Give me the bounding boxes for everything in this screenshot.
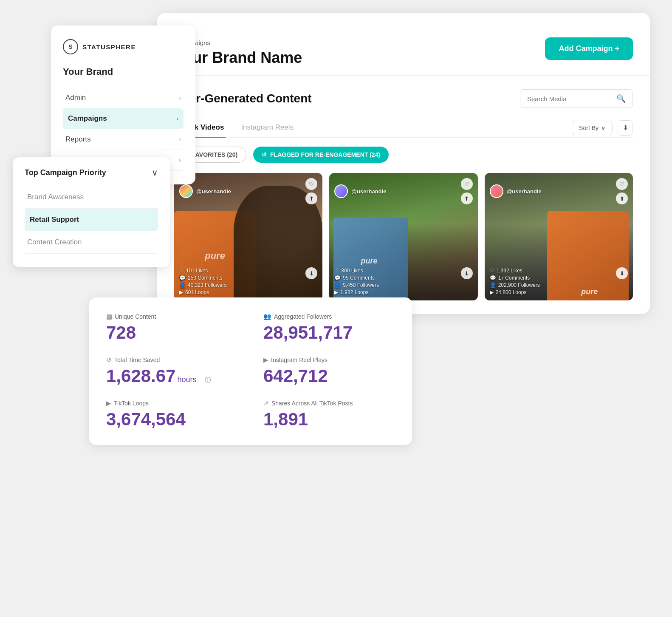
media-card-user: @userhandle [179, 184, 231, 198]
media-card-top: @userhandle ♡ ⬆ [334, 178, 472, 204]
sort-controls: Sort By ∨ ⬇ [572, 120, 633, 136]
media-followers: 👤 40,323 Followers [179, 282, 226, 288]
share-button[interactable]: ⬆ [305, 192, 317, 204]
media-card[interactable]: pure @userhandle ♡ ⬆ ⬇ ♡ 1,392 Li [485, 173, 633, 300]
avatar [490, 184, 503, 198]
content-icon: ▦ [106, 313, 112, 320]
stat-shares: ↗ Shares Across All TikTok Posts 1,891 [263, 399, 395, 429]
download-button[interactable]: ⬇ [618, 120, 633, 136]
stat-label: ▦ Unique Content [106, 313, 238, 320]
share-button[interactable]: ⬆ [616, 192, 628, 204]
search-box: 🔍 [520, 89, 633, 108]
download-media-button[interactable]: ⬇ [305, 267, 317, 279]
sidebar-item-reports[interactable]: Reports › [63, 129, 184, 150]
search-input[interactable] [527, 95, 612, 102]
sidebar-item-campaigns[interactable]: Campaigns › [63, 108, 184, 129]
media-card-user: @userhandle [490, 184, 542, 198]
stat-label: 👥 Aggregated Followers [263, 313, 395, 320]
tab-instagram-reels[interactable]: Instagram Reels [239, 118, 295, 138]
add-campaign-button[interactable]: Add Campaign + [545, 37, 633, 60]
sort-by-label: Sort By [579, 125, 599, 131]
chevron-right-icon: › [179, 94, 181, 101]
refresh-icon: ↺ [262, 151, 267, 158]
stat-label: ↺ Total Time Saved [106, 356, 238, 364]
media-loops: ▶ 1,982 Loops [334, 289, 379, 295]
stat-label: ↗ Shares Across All TikTok Posts [263, 399, 395, 407]
campaign-priority-title: Top Campaign Priority [25, 168, 106, 177]
stat-total-time-saved: ↺ Total Time Saved 1,628.67hours ⓘ [106, 356, 238, 386]
chevron-right-icon: › [179, 157, 181, 164]
avatar [179, 184, 193, 198]
flagged-label: FLAGGED FOR RE-ENGAGEMENT (24) [270, 151, 380, 158]
media-likes: ♡ 1,392 Likes [490, 268, 540, 274]
sort-by-button[interactable]: Sort By ∨ [572, 121, 613, 135]
stat-value: 642,712 [263, 366, 395, 386]
ugc-section: User-Generated Content 🔍 TikTok Videos I… [157, 76, 650, 314]
media-comments: 💬 250 Comments [179, 275, 226, 281]
main-card: ≡ ‹ Campaigns Your Brand Name Add Campai… [157, 13, 650, 314]
favorite-button[interactable]: ♡ [305, 178, 317, 190]
media-followers: 👤 9,450 Followers [334, 282, 379, 288]
tabs-row: TikTok Videos Instagram Reels Sort By ∨ … [174, 118, 633, 138]
campaign-item-retail-support[interactable]: Retail Support [25, 209, 158, 231]
download-media-button[interactable]: ⬇ [616, 267, 628, 279]
sidebar-item-admin[interactable]: Admin › [63, 88, 184, 108]
search-icon: 🔍 [616, 94, 626, 103]
info-icon[interactable]: ⓘ [205, 376, 211, 383]
share-button[interactable]: ⬆ [461, 192, 473, 204]
filter-pills: ♡ FAVORITES (20) ↺ FLAGGED FOR RE-ENGAGE… [174, 147, 633, 163]
stat-label: ▶ Instagram Reel Plays [263, 356, 395, 364]
media-username: @userhandle [507, 188, 542, 195]
flagged-filter[interactable]: ↺ FLAGGED FOR RE-ENGAGEMENT (24) [253, 147, 389, 163]
avatar [334, 184, 348, 198]
media-card[interactable]: pure @userhandle ♡ ⬆ ⬇ [174, 173, 322, 300]
stat-value: 28,951,717 [263, 323, 395, 342]
media-card-user: @userhandle [334, 184, 386, 198]
media-loops: ▶ 24,800 Loops [490, 289, 540, 295]
media-card-stats: ♡ 1,392 Likes 💬 17 Comments 👤 202,900 Fo… [490, 268, 540, 295]
stat-value: 1,891 [263, 410, 395, 429]
play-icon: ▶ [263, 356, 268, 364]
favorite-button[interactable]: ♡ [616, 178, 628, 190]
media-card-actions: ♡ ⬆ [616, 178, 628, 204]
media-card[interactable]: pure @userhandle ♡ ⬆ ⬇ ♡ 300 Like [329, 173, 477, 300]
stat-aggregated-followers: 👥 Aggregated Followers 28,951,717 [263, 313, 395, 342]
media-username: @userhandle [196, 188, 231, 195]
stat-label: ▶ TikTok Loops [106, 399, 238, 407]
media-card-top: @userhandle ♡ ⬆ [490, 178, 628, 204]
stat-unit: hours [178, 375, 197, 384]
sidebar-brand: Your Brand [63, 66, 184, 77]
chevron-down-icon: ∨ [601, 125, 605, 131]
chevron-right-icon: › [179, 136, 181, 143]
campaign-item-brand-awareness[interactable]: Brand Awareness [25, 186, 158, 209]
stat-value: 1,628.67hours ⓘ [106, 366, 238, 386]
media-likes: ♡ 300 Likes [334, 268, 379, 274]
main-header: ≡ ‹ Campaigns Your Brand Name Add Campai… [157, 13, 650, 76]
campaign-priority-box: Top Campaign Priority ∨ Brand Awareness … [13, 157, 170, 267]
logo-icon: S [63, 39, 78, 54]
media-likes: ♡ 101 Likes [179, 268, 226, 274]
chevron-down-icon[interactable]: ∨ [152, 167, 158, 178]
ugc-header: User-Generated Content 🔍 [174, 89, 633, 108]
stat-value: 3,674,564 [106, 410, 238, 429]
media-grid: pure @userhandle ♡ ⬆ ⬇ [174, 173, 633, 300]
media-username: @userhandle [351, 188, 386, 195]
stats-section: ▦ Unique Content 728 👥 Aggregated Follow… [89, 297, 412, 445]
media-loops: ▶ 601 Loops [179, 289, 226, 295]
media-card-stats: ♡ 300 Likes 💬 95 Comments 👤 9,450 Follow… [334, 268, 379, 295]
favorite-button[interactable]: ♡ [461, 178, 473, 190]
share-icon: ↗ [263, 399, 269, 407]
campaign-item-content-creation[interactable]: Content Creation [25, 231, 158, 254]
download-media-button[interactable]: ⬇ [461, 267, 473, 279]
media-followers: 👤 202,900 Followers [490, 282, 540, 288]
stat-instagram-reel-plays: ▶ Instagram Reel Plays 642,712 [263, 356, 395, 386]
stat-value: 728 [106, 323, 238, 342]
media-comments: 💬 95 Comments [334, 275, 379, 281]
stat-tiktok-loops: ▶ TikTok Loops 3,674,564 [106, 399, 238, 429]
play-icon: ▶ [106, 399, 111, 407]
media-card-stats: ♡ 101 Likes 💬 250 Comments 👤 40,323 Foll… [179, 268, 226, 295]
sidebar-logo: S STATUSPHERE [63, 39, 184, 54]
media-card-actions: ♡ ⬆ [305, 178, 317, 204]
stat-unique-content: ▦ Unique Content 728 [106, 313, 238, 342]
logo-name: STATUSPHERE [82, 43, 136, 51]
